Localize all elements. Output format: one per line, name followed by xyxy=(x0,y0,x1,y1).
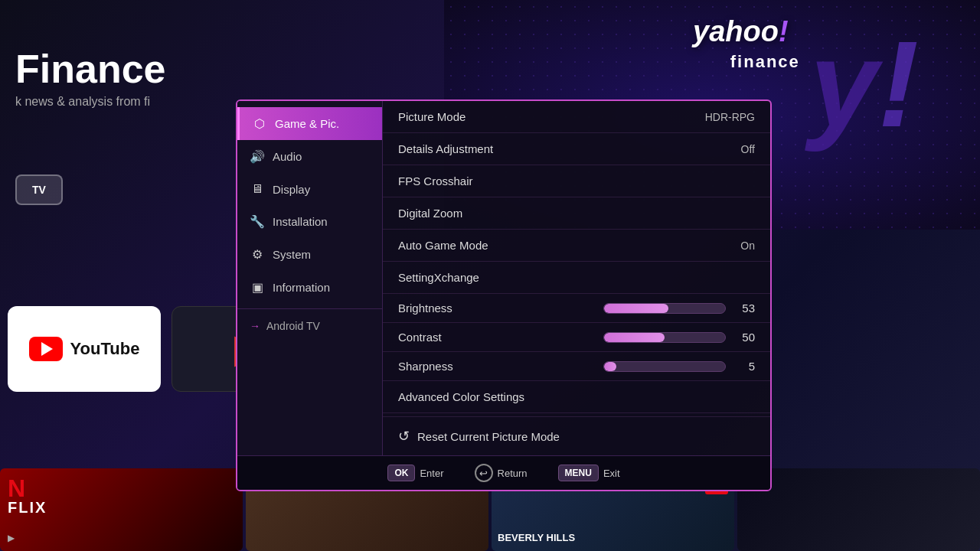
return-control[interactable]: ↩ Return xyxy=(475,464,528,482)
information-icon: ▣ xyxy=(250,280,265,295)
return-icon: ↩ xyxy=(475,464,493,482)
youtube-label: YouTube xyxy=(70,339,140,359)
audio-icon: 🔊 xyxy=(250,149,265,164)
settings-row-brightness[interactable]: Brightness 53 xyxy=(383,294,770,323)
settings-row-digital-zoom[interactable]: Digital Zoom xyxy=(383,197,770,230)
fps-crosshair-label: FPS Crosshair xyxy=(398,174,473,187)
sidebar-item-installation[interactable]: 🔧 Installation xyxy=(237,205,382,238)
settings-sidebar: ⬡ Game & Pic. 🔊 Audio 🖥 Display 🔧 Instal… xyxy=(237,101,383,455)
sidebar-item-game-pic[interactable]: ⬡ Game & Pic. xyxy=(237,107,382,140)
thumb-dark[interactable] xyxy=(737,468,980,551)
contrast-slider-container: 50 xyxy=(603,331,755,344)
settings-row-reset[interactable]: ↺ Reset Current Picture Mode xyxy=(383,416,770,455)
android-tv-label: Android TV xyxy=(266,320,320,332)
settings-bottom-bar: OK Enter ↩ Return MENU Exit xyxy=(237,455,770,490)
exit-control[interactable]: MENU Exit xyxy=(558,465,620,481)
sharpness-slider-bar[interactable] xyxy=(603,361,726,372)
yahoo-finance-sub: finance xyxy=(730,52,800,72)
picture-mode-value: HDR-RPG xyxy=(705,111,755,123)
settings-row-fps-crosshair[interactable]: FPS Crosshair xyxy=(383,165,770,197)
details-adjustment-value: Off xyxy=(741,143,755,155)
settings-inner: ⬡ Game & Pic. 🔊 Audio 🖥 Display 🔧 Instal… xyxy=(237,101,770,455)
sharpness-slider-fill xyxy=(604,362,616,371)
sidebar-item-display-label: Display xyxy=(273,183,310,196)
live-tv-button[interactable]: TV xyxy=(15,174,63,205)
youtube-play-icon xyxy=(41,342,53,356)
sidebar-android-tv[interactable]: → Android TV xyxy=(237,308,382,343)
details-adjustment-label: Details Adjustment xyxy=(398,142,493,155)
sidebar-item-audio-label: Audio xyxy=(273,150,302,163)
settings-row-settingxchange[interactable]: SettingXchange xyxy=(383,262,770,294)
settings-row-advanced-color[interactable]: Advanced Color Settings xyxy=(383,381,770,413)
reset-icon: ↺ xyxy=(398,428,410,445)
sidebar-item-audio[interactable]: 🔊 Audio xyxy=(237,140,382,173)
enter-label: Enter xyxy=(420,468,443,479)
brightness-value: 53 xyxy=(733,302,755,315)
contrast-slider-bar[interactable] xyxy=(603,332,726,343)
sidebar-item-system[interactable]: ⚙ System xyxy=(237,238,382,271)
settings-row-auto-game-mode[interactable]: Auto Game Mode On xyxy=(383,230,770,262)
digital-zoom-label: Digital Zoom xyxy=(398,207,462,220)
thumb-netflix[interactable]: N FLIX ▶ xyxy=(0,468,243,551)
auto-game-mode-label: Auto Game Mode xyxy=(398,239,488,252)
settingxchange-label: SettingXchange xyxy=(398,271,479,284)
settings-row-contrast[interactable]: Contrast 50 xyxy=(383,323,770,352)
sidebar-item-information[interactable]: ▣ Information xyxy=(237,271,382,304)
exit-label: Exit xyxy=(603,468,620,479)
system-icon: ⚙ xyxy=(250,247,265,262)
sharpness-value: 5 xyxy=(733,360,755,373)
contrast-label: Contrast xyxy=(398,331,442,344)
settings-row-picture-mode[interactable]: Picture Mode HDR-RPG xyxy=(383,101,770,133)
yahoo-logo: yahoo! xyxy=(693,15,789,48)
brightness-label: Brightness xyxy=(398,302,452,315)
android-tv-arrow: → xyxy=(250,320,260,332)
sidebar-item-display[interactable]: 🖥 Display xyxy=(237,173,382,205)
installation-icon: 🔧 xyxy=(250,214,265,229)
settings-overlay: ⬡ Game & Pic. 🔊 Audio 🖥 Display 🔧 Instal… xyxy=(236,99,772,491)
brightness-slider-bar[interactable] xyxy=(603,303,726,314)
contrast-slider-fill xyxy=(604,333,665,342)
menu-key: MENU xyxy=(558,465,599,481)
game-pic-icon: ⬡ xyxy=(252,116,267,131)
netflix-text: FLIX xyxy=(8,499,47,517)
settings-row-sharpness[interactable]: Sharpness 5 xyxy=(383,352,770,381)
ok-enter-control[interactable]: OK Enter xyxy=(387,465,443,481)
sharpness-label: Sharpness xyxy=(398,360,453,373)
netflix-play-icon: ▶ xyxy=(8,533,15,543)
contrast-value: 50 xyxy=(733,331,755,344)
youtube-app-tile[interactable]: YouTube xyxy=(8,306,161,392)
display-icon: 🖥 xyxy=(250,182,265,196)
y-watermark: y! xyxy=(810,23,919,145)
ok-key: OK xyxy=(387,465,415,481)
sidebar-item-system-label: System xyxy=(273,248,311,261)
finance-title: Finance xyxy=(15,46,166,92)
settings-row-details-adjustment[interactable]: Details Adjustment Off xyxy=(383,133,770,165)
youtube-icon xyxy=(29,337,63,361)
finance-subtitle: k news & analysis from fi xyxy=(15,95,166,109)
auto-game-mode-value: On xyxy=(740,240,755,252)
sharpness-slider-container: 5 xyxy=(603,360,755,373)
settings-content: Picture Mode HDR-RPG Details Adjustment … xyxy=(383,101,770,455)
sidebar-item-information-label: Information xyxy=(273,281,330,294)
brightness-slider-container: 53 xyxy=(603,302,755,315)
return-label: Return xyxy=(498,468,528,479)
sidebar-item-installation-label: Installation xyxy=(273,215,328,228)
sidebar-item-game-pic-label: Game & Pic. xyxy=(275,117,339,130)
advanced-color-label: Advanced Color Settings xyxy=(398,390,524,403)
reset-label: Reset Current Picture Mode xyxy=(417,430,560,443)
beverly-text: BEVERLY HILLS xyxy=(498,532,575,543)
brightness-slider-fill xyxy=(604,304,668,313)
picture-mode-label: Picture Mode xyxy=(398,110,466,123)
finance-header: Finance k news & analysis from fi xyxy=(15,46,166,109)
